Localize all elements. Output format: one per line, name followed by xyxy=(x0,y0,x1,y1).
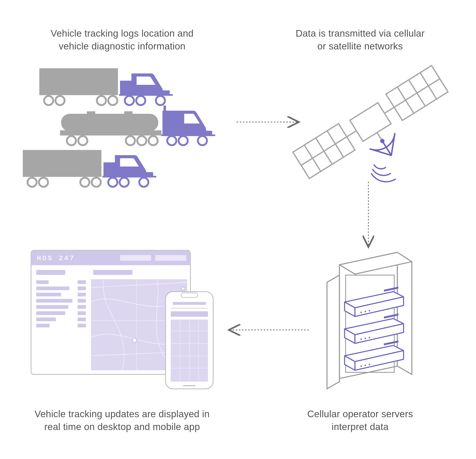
flow-arrows xyxy=(0,0,476,459)
